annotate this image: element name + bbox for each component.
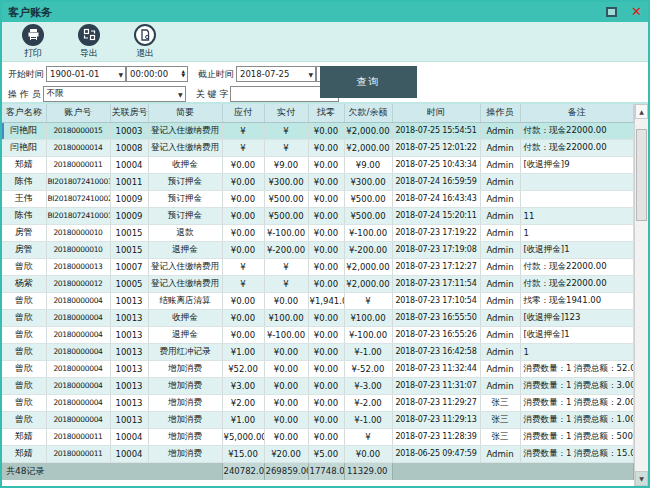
operator-combo[interactable]: 不限 ▼ xyxy=(43,86,186,102)
export-button-label: 导出 xyxy=(80,47,98,60)
query-button[interactable]: 查询 xyxy=(320,66,417,98)
table-row[interactable]: 房管2018000001010015退款¥0.00¥-100.00¥0.00¥-… xyxy=(2,224,634,241)
cell: 付款：现金22000.00 xyxy=(520,258,634,275)
table-row[interactable]: 曾欣2018000000410013结账离店清算¥0.00¥0.00¥1,941… xyxy=(2,292,634,309)
scrollbar-track[interactable] xyxy=(635,119,648,471)
table-row[interactable]: 曾欣2018000000410013增加消费¥3.00¥0.00¥0.00¥-3… xyxy=(2,377,634,394)
scroll-up-icon[interactable]: ▲ xyxy=(635,104,648,119)
table-row[interactable]: 房管2018000001010015退押金¥0.00¥-200.00¥0.00¥… xyxy=(2,241,634,258)
cell: ¥0.00 xyxy=(264,360,308,377)
col-balance[interactable]: 欠款/余额 xyxy=(344,104,392,122)
cell: 20180000010 xyxy=(46,224,110,241)
end-time-label: 截止时间 xyxy=(198,68,234,81)
start-time-label: 开始时间 xyxy=(8,68,44,81)
chevron-down-icon: ▼ xyxy=(118,71,123,78)
col-room-no[interactable]: 关联房号 xyxy=(110,104,148,122)
col-account-no[interactable]: 账户号 xyxy=(46,104,110,122)
table-row[interactable]: 杨紫2018000001210005登记入住缴纳费用¥¥¥0.00¥2,000.… xyxy=(2,275,634,292)
table-row[interactable]: 闫艳阳2018000001410008登记入住缴纳费用¥¥¥0.00¥2,000… xyxy=(2,139,634,156)
cell: Admin xyxy=(480,139,520,156)
table-row[interactable]: 曾欣2018000000410013增加消费¥52.00¥0.00¥0.00¥-… xyxy=(2,360,634,377)
table-row[interactable]: 闫艳阳2018000001510003登记入住缴纳费用¥¥¥0.00¥2,000… xyxy=(2,122,634,139)
end-date-combo[interactable]: 2018-07-25 ▼ xyxy=(236,66,316,82)
spinner-arrows-icon[interactable]: ▲▼ xyxy=(180,70,187,78)
col-time[interactable]: 时间 xyxy=(392,104,480,122)
close-icon[interactable]: ✕ xyxy=(631,7,642,17)
cell: 杨紫 xyxy=(2,275,46,292)
keyword-label: 关 键 字 xyxy=(196,88,229,101)
print-button[interactable]: 打印 xyxy=(12,24,54,60)
cell: ¥1.00 xyxy=(222,343,264,360)
table-row[interactable]: 曾欣2018000000410013收押金¥0.00¥100.00¥0.00¥1… xyxy=(2,309,634,326)
cell: ¥ xyxy=(264,275,308,292)
table-row[interactable]: 曾欣2018000001310007登记入住缴纳费用¥¥¥0.00¥2,000.… xyxy=(2,258,634,275)
cell: 20180000015 xyxy=(46,122,110,139)
cell: 10003 xyxy=(110,122,148,139)
scrollbar-thumb[interactable] xyxy=(636,129,647,221)
export-button[interactable]: 导出 xyxy=(68,24,110,60)
accounts-table: 客户名称 账户号 关联房号 简要 应付 实付 找零 欠款/余额 时间 操作员 备… xyxy=(2,104,634,480)
col-remarks[interactable]: 备注 xyxy=(520,104,634,122)
cell: ¥-1.00 xyxy=(344,411,392,428)
cell: ¥-200.00 xyxy=(344,241,392,258)
cell: 预订押金 xyxy=(148,207,222,224)
col-paid[interactable]: 实付 xyxy=(264,104,308,122)
cell: 房管 xyxy=(2,241,46,258)
cell: 20180000011 xyxy=(46,428,110,445)
table-row[interactable]: 曾欣2018000000410013增加消费¥2.00¥0.00¥0.00¥-2… xyxy=(2,394,634,411)
cell: 10013 xyxy=(110,343,148,360)
start-date-combo[interactable]: 1900-01-01 ▼ xyxy=(46,66,126,82)
cell: 20180000004 xyxy=(46,292,110,309)
table-row[interactable]: 曾欣2018000000410013增加消费¥1.00¥0.00¥0.00¥-1… xyxy=(2,411,634,428)
cell: 登记入住缴纳费用 xyxy=(148,275,222,292)
cell: 王伟 xyxy=(2,190,46,207)
col-customer-name[interactable]: 客户名称 xyxy=(2,104,46,122)
start-date-value: 1900-01-01 xyxy=(50,69,115,79)
col-payable[interactable]: 应付 xyxy=(222,104,264,122)
cell: ¥0.00 xyxy=(308,190,344,207)
col-change[interactable]: 找零 xyxy=(308,104,344,122)
table-row[interactable]: 郑婧2018000001110004增加消费¥5,000.00¥0.00¥0.0… xyxy=(2,428,634,445)
cell: 增加消费 xyxy=(148,445,222,462)
cell: 付款：现金22000.00 xyxy=(520,122,634,139)
cell: ¥9.00 xyxy=(344,156,392,173)
table-row[interactable]: 郑婧2018000001110004收押金¥0.00¥9.00¥0.00¥9.0… xyxy=(2,156,634,173)
cell: 陈伟 xyxy=(2,173,46,190)
cell: 10009 xyxy=(110,190,148,207)
table-row[interactable]: 曾欣2018000000410013退押金¥0.00¥-100.00¥0.00¥… xyxy=(2,326,634,343)
vertical-scrollbar[interactable]: ▲ ▼ xyxy=(634,104,648,486)
cell: 付款：现金22000.00 xyxy=(520,139,634,156)
cell: ¥500.00 xyxy=(344,207,392,224)
cell: 2018-07-25 12:01:22 xyxy=(392,139,480,156)
table-row[interactable]: 王伟BI201807241000210009预订押金¥0.00¥500.00¥0… xyxy=(2,190,634,207)
cell: ¥0.00 xyxy=(308,207,344,224)
cell: Admin xyxy=(480,445,520,462)
start-time-spinner[interactable]: 00:00:00 ▲▼ xyxy=(126,66,188,82)
table-row[interactable]: 陈伟BI201807241000110009预订押金¥0.00¥500.00¥0… xyxy=(2,207,634,224)
cell: 付款：现金22000.00 xyxy=(520,275,634,292)
cell: ¥-100.00 xyxy=(264,224,308,241)
maximize-icon[interactable] xyxy=(606,7,617,17)
scroll-down-icon[interactable]: ▼ xyxy=(635,471,648,486)
cell: Admin xyxy=(480,190,520,207)
cell: ¥2,000.00 xyxy=(344,122,392,139)
cell: ¥2,000.00 xyxy=(344,258,392,275)
table-row[interactable]: 郑婧2018000001110004增加消费¥15.00¥20.00¥5.00¥… xyxy=(2,445,634,462)
col-operator[interactable]: 操作员 xyxy=(480,104,520,122)
cell: ¥0.00 xyxy=(222,292,264,309)
table-header: 客户名称 账户号 关联房号 简要 应付 实付 找零 欠款/余额 时间 操作员 备… xyxy=(2,104,634,122)
footer-row: 共48记录 240782.00 269859.00 17748.00 11329… xyxy=(2,462,634,480)
table-row[interactable]: 陈伟BI201807241000310011预订押金¥0.00¥300.00¥0… xyxy=(2,173,634,190)
total-change: 17748.00 xyxy=(308,462,344,480)
exit-button[interactable]: 退出 xyxy=(124,24,166,60)
header-row: 客户名称 账户号 关联房号 简要 应付 实付 找零 欠款/余额 时间 操作员 备… xyxy=(2,104,634,122)
cell: ¥0.00 xyxy=(308,394,344,411)
cell: ¥300.00 xyxy=(344,173,392,190)
cell: ¥0.00 xyxy=(308,275,344,292)
col-summary[interactable]: 简要 xyxy=(148,104,222,122)
cell: [收退押金]1 xyxy=(520,241,634,258)
cell: ¥0.00 xyxy=(222,326,264,343)
cell: ¥ xyxy=(264,139,308,156)
total-balance: 11329.00 xyxy=(344,462,392,480)
table-row[interactable]: 曾欣2018000000410013费用红冲记录¥1.00¥0.00¥0.00¥… xyxy=(2,343,634,360)
